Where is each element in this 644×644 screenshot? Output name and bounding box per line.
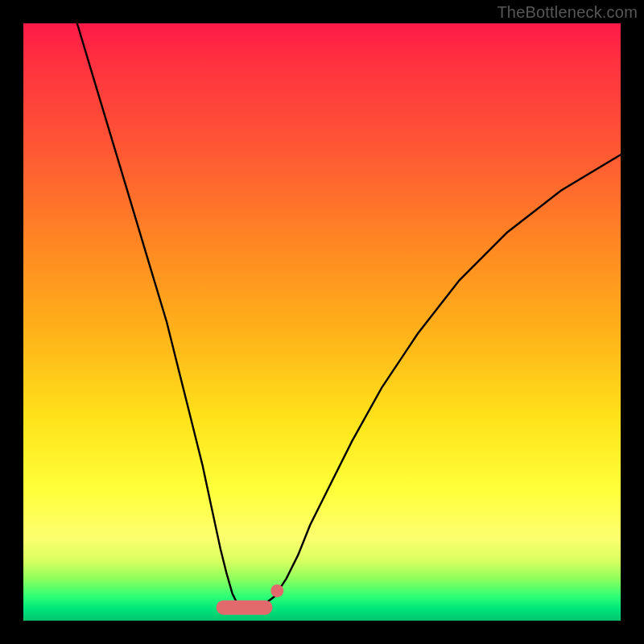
chart-frame: TheBottleneck.com <box>0 0 644 644</box>
bottleneck-curve <box>23 23 621 621</box>
svg-point-0 <box>270 584 283 597</box>
plot-area <box>23 23 621 621</box>
attribution-text: TheBottleneck.com <box>497 3 638 22</box>
